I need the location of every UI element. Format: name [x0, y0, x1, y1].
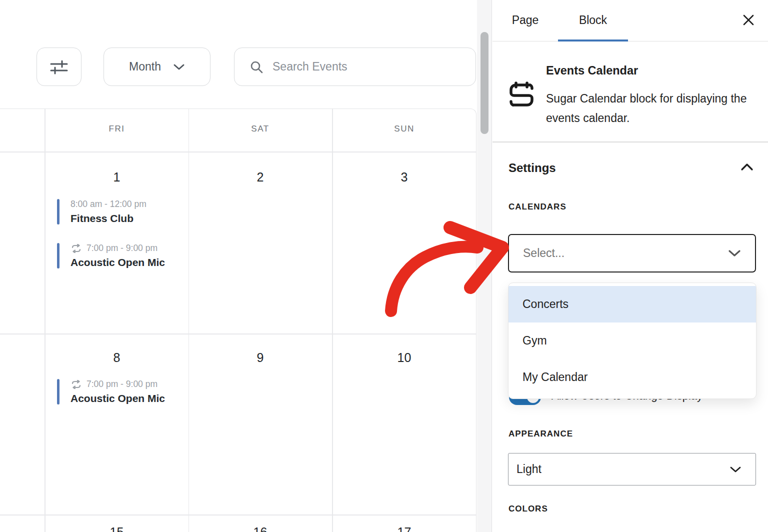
close-icon: [742, 14, 755, 26]
day-number: 3: [332, 170, 476, 184]
event-acoustic-open-mic[interactable]: 7:00 pm - 9:00 pm Acoustic Open Mic: [57, 379, 165, 404]
recurring-icon: [70, 244, 82, 253]
filter-sliders-icon: [48, 57, 70, 77]
events-calendar-grid: FRI SAT SUN 1 2 3 8 9 10 15 16 17 8:00 a…: [0, 108, 476, 532]
appearance-label: APPEARANCE: [508, 429, 573, 439]
day-header-sun: SUN: [332, 124, 476, 134]
tab-page[interactable]: Page: [492, 0, 558, 42]
calendars-dropdown-menu: Concerts Gym My Calendar: [508, 282, 756, 399]
event-title: Acoustic Open Mic: [70, 256, 165, 268]
event-acoustic-open-mic[interactable]: 7:00 pm - 9:00 pm Acoustic Open Mic: [57, 243, 165, 268]
sugar-calendar-block-icon: [509, 81, 534, 107]
chevron-down-icon: [728, 250, 741, 257]
settings-section-title: Settings: [508, 161, 556, 175]
recurring-icon: [70, 380, 82, 389]
event-color-bar: [57, 243, 60, 268]
calendars-select-placeholder: Select...: [523, 246, 728, 260]
day-number: 10: [332, 350, 476, 365]
search-events-input[interactable]: [272, 60, 476, 74]
colors-label: COLORS: [508, 504, 548, 514]
day-number: 15: [45, 525, 188, 532]
dropdown-option-my-calendar[interactable]: My Calendar: [508, 359, 756, 396]
event-title: Acoustic Open Mic: [70, 392, 165, 404]
collapse-settings-button[interactable]: [740, 163, 754, 171]
day-number: 9: [188, 350, 332, 365]
filter-button[interactable]: [36, 48, 82, 86]
search-icon: [250, 60, 264, 74]
panel-divider: [492, 142, 768, 142]
grid-line: [0, 514, 476, 516]
day-number: 16: [188, 525, 332, 532]
block-card-title: Events Calendar: [546, 64, 638, 78]
day-number: 8: [45, 350, 188, 365]
chevron-down-icon: [730, 466, 742, 473]
tab-block[interactable]: Block: [558, 0, 628, 42]
event-color-bar: [57, 379, 60, 404]
close-panel-button[interactable]: [738, 10, 758, 30]
dropdown-option-concerts[interactable]: Concerts: [508, 286, 756, 322]
event-time: 7:00 pm - 9:00 pm: [86, 379, 158, 390]
day-header-fri: FRI: [45, 124, 188, 134]
event-color-bar: [57, 199, 60, 224]
calendars-select-control[interactable]: Select...: [508, 234, 756, 272]
view-mode-label: Month: [129, 60, 161, 74]
appearance-select-value: Light: [516, 462, 730, 476]
panel-tabs: Page Block: [492, 0, 768, 42]
event-fitness-club[interactable]: 8:00 am - 12:00 pm Fitness Club: [57, 199, 146, 224]
search-events-box: [234, 48, 476, 86]
calendars-label: CALENDARS: [508, 202, 566, 212]
grid-line: [0, 334, 476, 334]
grid-line: [0, 152, 476, 152]
view-mode-dropdown[interactable]: Month: [104, 48, 210, 86]
block-settings-panel: Page Block Events Calendar Sugar Calenda…: [492, 0, 768, 532]
scrollbar-track[interactable]: [477, 0, 492, 532]
event-time: 8:00 am - 12:00 pm: [70, 199, 146, 210]
event-time: 7:00 pm - 9:00 pm: [86, 243, 158, 254]
block-card-description: Sugar Calendar block for displaying the …: [546, 89, 751, 128]
day-number: 17: [332, 525, 476, 532]
scrollbar-thumb[interactable]: [480, 32, 488, 134]
dropdown-option-gym[interactable]: Gym: [508, 322, 756, 359]
event-title: Fitness Club: [70, 212, 146, 224]
day-number: 1: [45, 170, 188, 184]
appearance-select[interactable]: Light: [508, 453, 756, 486]
editor-canvas: Month FRI SAT SUN 1 2 3 8 9 10 15 16 17: [0, 0, 768, 532]
chevron-down-icon: [173, 64, 185, 70]
day-number: 2: [188, 170, 332, 184]
day-header-sat: SAT: [188, 124, 332, 134]
